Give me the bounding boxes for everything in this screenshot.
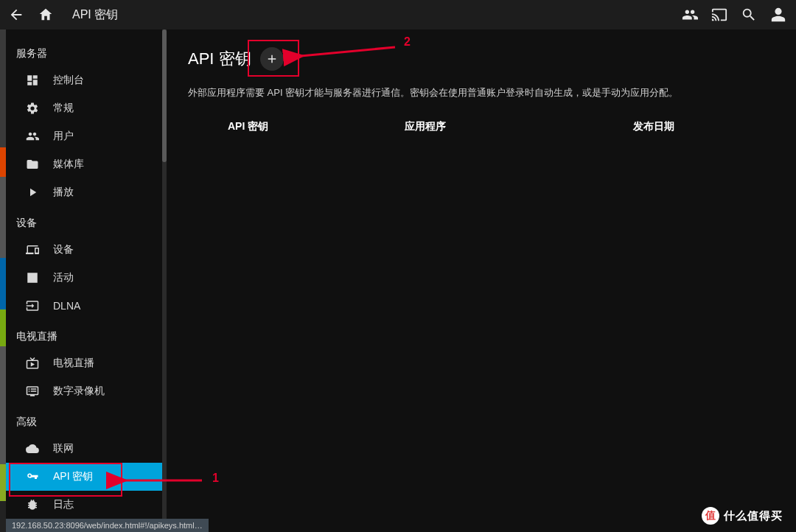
sidebar-section-advanced: 高级	[6, 405, 167, 435]
add-apikey-button[interactable]	[260, 47, 284, 71]
sidebar-item-network[interactable]: 联网	[6, 435, 167, 463]
sidebar-section-livetv: 电视直播	[6, 320, 167, 349]
sidebar-item-activity[interactable]: 活动	[6, 264, 167, 292]
sidebar-item-label: DLNA	[53, 300, 80, 312]
dashboard-icon	[25, 73, 40, 88]
topbar: API 密钥	[0, 0, 796, 29]
sidebar-item-users[interactable]: 用户	[6, 122, 167, 150]
sidebar: 服务器 控制台 常规 用户 媒体库 播放 设备	[6, 29, 167, 532]
sidebar-item-label: 用户	[53, 130, 74, 143]
cloud-icon	[25, 441, 40, 456]
search-icon[interactable]	[740, 6, 758, 24]
devices-icon	[25, 242, 40, 257]
watermark: 值 什么值得买	[702, 507, 783, 525]
users-icon[interactable]	[681, 6, 699, 24]
back-button[interactable]	[7, 6, 25, 24]
sidebar-item-apikeys[interactable]: API 密钥	[6, 463, 167, 491]
sidebar-item-label: 数字录像机	[53, 385, 105, 398]
sidebar-item-logs[interactable]: 日志	[6, 491, 167, 519]
bug-icon	[25, 497, 40, 512]
dvr-icon	[25, 384, 40, 399]
sidebar-item-label: 活动	[53, 271, 74, 284]
table-header: API 密钥 应用程序 发布日期	[188, 120, 767, 133]
sidebar-scrollbar-thumb[interactable]	[162, 29, 167, 162]
sidebar-item-label: 控制台	[53, 74, 84, 87]
cast-icon[interactable]	[711, 6, 728, 24]
sidebar-item-general[interactable]: 常规	[6, 94, 167, 122]
sidebar-item-library[interactable]: 媒体库	[6, 150, 167, 178]
main-content: API 密钥 外部应用程序需要 API 密钥才能与服务器进行通信。密钥会在使用普…	[167, 29, 796, 532]
sidebar-item-console[interactable]: 控制台	[6, 66, 167, 94]
watermark-text: 什么值得买	[724, 509, 783, 523]
sidebar-item-label: 常规	[53, 102, 74, 115]
sidebar-item-devices[interactable]: 设备	[6, 236, 167, 264]
content-title: API 密钥	[188, 48, 251, 70]
gear-icon	[25, 101, 40, 116]
sidebar-item-playback[interactable]: 播放	[6, 178, 167, 206]
sidebar-item-livetv[interactable]: 电视直播	[6, 349, 167, 377]
play-icon	[25, 185, 40, 200]
input-icon	[25, 298, 40, 313]
sidebar-item-label: 播放	[53, 186, 74, 199]
sidebar-item-label: 联网	[53, 442, 74, 455]
watermark-badge: 值	[702, 507, 719, 525]
sidebar-item-label: API 密钥	[53, 470, 93, 483]
sidebar-item-label: 电视直播	[53, 357, 94, 370]
user-icon[interactable]	[769, 6, 787, 24]
people-icon	[25, 129, 40, 144]
livetv-icon	[25, 356, 40, 371]
home-button[interactable]	[37, 6, 55, 24]
col-app: 应用程序	[390, 120, 604, 133]
sidebar-item-label: 媒体库	[53, 158, 84, 171]
key-icon	[25, 469, 40, 484]
sidebar-item-dvr[interactable]: 数字录像机	[6, 377, 167, 405]
folder-icon	[25, 157, 40, 172]
sidebar-item-label: 日志	[53, 498, 74, 511]
sidebar-section-devices: 设备	[6, 206, 167, 236]
status-url: 192.168.50.23:8096/web/index.html#!/apik…	[6, 519, 209, 532]
col-apikey: API 密钥	[188, 120, 390, 133]
sidebar-section-server: 服务器	[6, 37, 167, 66]
sidebar-item-dlna[interactable]: DLNA	[6, 292, 167, 320]
content-description: 外部应用程序需要 API 密钥才能与服务器进行通信。密钥会在使用普通账户登录时自…	[188, 85, 767, 101]
plus-icon	[265, 52, 279, 66]
page-title: API 密钥	[72, 7, 118, 23]
col-date: 发布日期	[604, 120, 781, 133]
stats-icon	[25, 270, 40, 285]
sidebar-item-label: 设备	[53, 243, 74, 256]
